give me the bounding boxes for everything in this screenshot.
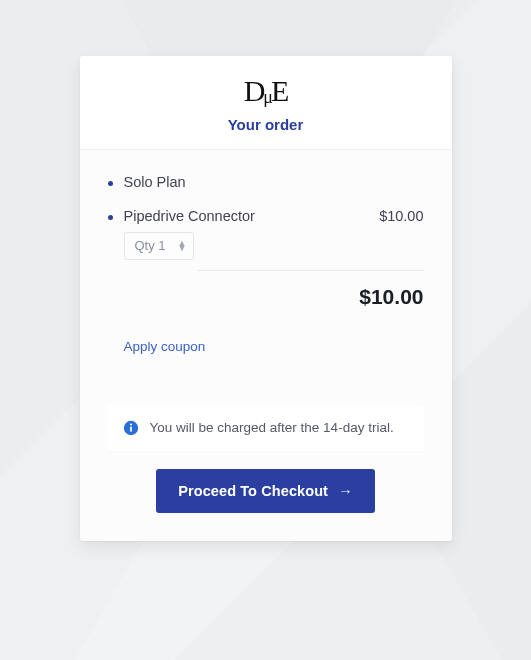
bullet-icon [108,215,113,220]
info-icon [123,420,139,436]
line-items: Solo Plan Pipedrive Connector $10.00 Qty… [108,174,424,260]
bullet-icon [108,181,113,186]
checkout-button-label: Proceed To Checkout [178,483,328,499]
line-item: Solo Plan [108,174,424,190]
total-row: $10.00 [108,285,424,309]
svg-rect-1 [130,426,132,431]
trial-notice: You will be charged after the 14-day tri… [108,405,424,452]
order-card: DμE Your order Solo Plan Pipedrive Conne… [80,56,452,541]
notice-text: You will be charged after the 14-day tri… [150,420,394,435]
proceed-to-checkout-button[interactable]: Proceed To Checkout → [156,469,375,513]
divider [198,270,424,271]
arrow-right-icon: → [338,483,353,499]
qty-wrap: Qty 1 ▲▼ [124,232,424,260]
line-item: Pipedrive Connector $10.00 Qty 1 ▲▼ [108,208,424,260]
brand-logo: DμE [244,76,288,106]
line-head: Pipedrive Connector $10.00 [124,208,424,224]
card-title: Your order [96,116,436,133]
line-item-name: Pipedrive Connector [124,208,255,224]
qty-select-wrap: Qty 1 ▲▼ [124,232,194,260]
apply-coupon-link[interactable]: Apply coupon [124,339,206,354]
line-item-name: Solo Plan [124,174,186,190]
svg-point-2 [129,423,131,425]
line-item-price: $10.00 [379,208,423,224]
qty-select[interactable]: Qty 1 [124,232,194,260]
order-total: $10.00 [359,285,423,309]
line-head: Solo Plan [124,174,424,190]
card-body: Solo Plan Pipedrive Connector $10.00 Qty… [80,150,452,541]
card-header: DμE Your order [80,56,452,150]
